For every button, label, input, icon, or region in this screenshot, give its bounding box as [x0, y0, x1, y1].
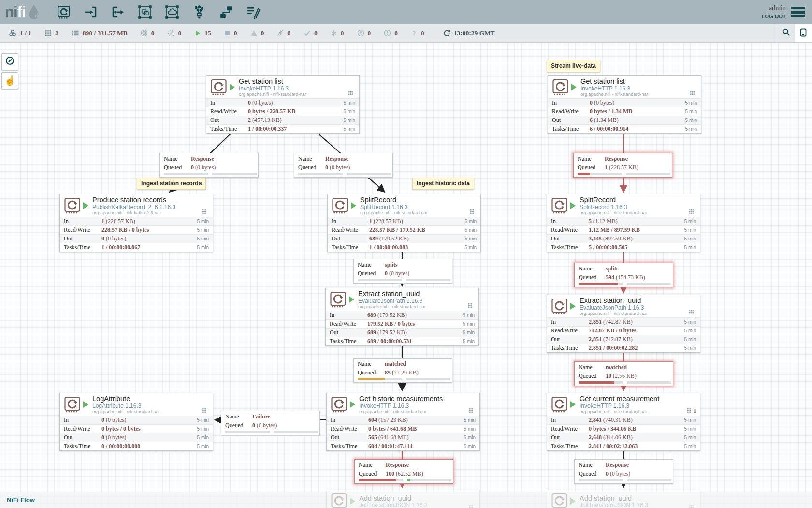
- stat-value: 2,851 (742.87 KB): [589, 336, 633, 343]
- stat-label: In: [332, 218, 369, 225]
- stat-value: 228.57 KB / 179.52 KB: [369, 226, 425, 234]
- stat-window: 5 min: [684, 418, 696, 423]
- processor[interactable]: Get current measurement InvokeHTTP 1.16.…: [547, 393, 700, 451]
- backpressure-size-bar: [347, 173, 391, 175]
- stat-window: 5 min: [197, 236, 209, 241]
- processor[interactable]: Get station list InvokeHTTP 1.16.3 org.a…: [548, 75, 701, 134]
- stat-row: Read/Write 0 bytes / 641.68 MB 5 min: [327, 424, 479, 433]
- stat-value: 0 (0 bytes): [102, 417, 126, 424]
- active-threads-badge: [689, 308, 696, 317]
- output-port-icon[interactable]: [110, 4, 126, 20]
- processor[interactable]: SplitRecord SplitRecord 1.16.3 org.apach…: [547, 194, 700, 252]
- stat-label: In: [551, 318, 589, 326]
- status-queued-data: 890 / 331.57 MB: [72, 30, 128, 37]
- stat-row: Out 689 (179.52 KB) 5 min: [326, 328, 478, 337]
- connection-label[interactable]: Name splits Queued 0 (0 bytes): [353, 259, 452, 284]
- navigate-palette-button[interactable]: [1, 53, 18, 70]
- processor[interactable]: Get historic measurements InvokeHTTP 1.1…: [326, 393, 480, 451]
- operate-palette-button[interactable]: ☝: [1, 72, 18, 89]
- status-count: 0: [151, 30, 155, 37]
- running-indicator-icon: [570, 401, 576, 408]
- connection-label[interactable]: Name Response Queued 0 (0 bytes): [160, 153, 259, 178]
- connection-label[interactable]: Name splits Queued 594 (154.73 KB): [574, 263, 673, 287]
- search-button[interactable]: [777, 24, 795, 42]
- processor-header: Add station_uuid JoltTransformJSON 1.16.…: [547, 490, 700, 508]
- processor-stats: In 5 (1.12 MB) 5 min Read/Write 1.12 MB …: [547, 217, 700, 252]
- threads-grid-icon: [686, 406, 692, 415]
- stat-value: 1.12 MB / 897.59 KB: [589, 226, 640, 234]
- canvas-label[interactable]: Ingest historic data: [412, 178, 474, 190]
- global-menu-button[interactable]: [791, 7, 805, 17]
- connection-label[interactable]: Name matched Queued 10 (2.56 KB): [574, 361, 673, 386]
- processor[interactable]: Produce station records PublishKafkaReco…: [59, 194, 213, 252]
- connection-label[interactable]: Name Response Queued 0 (0 bytes): [574, 459, 673, 484]
- running-indicator-icon: [350, 498, 355, 505]
- stat-row: In 0 (0 bytes) 5 min: [206, 98, 359, 107]
- stat-label: Out: [330, 329, 367, 336]
- canvas-palette: ☝: [1, 53, 18, 89]
- backpressure-size-bar: [406, 279, 450, 281]
- processor-icon[interactable]: [56, 4, 72, 20]
- input-port-icon[interactable]: [83, 4, 99, 20]
- connection-name: splits: [606, 265, 619, 272]
- stat-window: 5 min: [197, 426, 209, 432]
- processor[interactable]: Get station list InvokeHTTP 1.16.3 org.a…: [206, 75, 360, 134]
- connection-label[interactable]: Name Response Queued 0 (0 bytes): [294, 153, 393, 178]
- processor[interactable]: LogAttribute LogAttribute 1.16.3 org.apa…: [59, 393, 213, 451]
- connection-queued-key: Queued: [579, 274, 606, 281]
- breadcrumb-root-link[interactable]: NiFi Flow: [7, 496, 35, 504]
- processor-stamp-icon: [551, 78, 569, 96]
- stat-window: 5 min: [465, 236, 477, 241]
- connection-name-key: Name: [298, 155, 325, 163]
- stat-row: Tasks/Time 1 / 00:00:00.337 5 min: [206, 124, 359, 133]
- funnel-icon[interactable]: [191, 4, 207, 20]
- processor[interactable]: Add station_uuid JoltTransformJSON 1.16.…: [547, 490, 700, 508]
- user-area: admin LOG OUT: [762, 4, 786, 20]
- not-transmitting-icon: [168, 30, 175, 37]
- connection-label[interactable]: Name Failure Queued 0 (0 bytes): [221, 411, 320, 435]
- connection-label[interactable]: Name Response Queued 1 (228.57 KB): [573, 153, 672, 178]
- backpressure-bars: [164, 173, 255, 175]
- processor-type: PublishKafkaRecord_2_6 1.16.3: [92, 204, 175, 210]
- processor-stats: In 1 (228.57 KB) 5 min Read/Write 228.57…: [328, 217, 480, 252]
- remote-process-group-icon[interactable]: [164, 4, 180, 20]
- active-threads-badge: [467, 301, 475, 310]
- panel-toggle-button[interactable]: [795, 24, 812, 42]
- logout-link[interactable]: LOG OUT: [762, 13, 786, 20]
- stat-row: Out 0 (0 bytes) 5 min: [60, 433, 213, 442]
- stat-value: 689 (179.52 KB): [367, 329, 407, 336]
- template-icon[interactable]: [218, 4, 234, 20]
- stat-value: 565 (641.68 MB): [368, 434, 409, 441]
- stat-window: 5 min: [684, 328, 696, 333]
- exclamation-circle-icon: [384, 30, 391, 37]
- processor[interactable]: Extract station_uuid EvaluateJsonPath 1.…: [547, 295, 700, 353]
- stat-label: Out: [551, 235, 589, 242]
- connection-label[interactable]: Name matched Queued 85 (22.29 KB): [353, 358, 452, 383]
- running-indicator-icon: [83, 401, 88, 408]
- running-indicator-icon: [83, 202, 88, 209]
- connection-label[interactable]: Name Response Queued 100 (62.52 MB): [354, 459, 453, 484]
- question-icon: ?: [411, 30, 418, 37]
- processor-stamp-icon: [551, 396, 568, 413]
- connection-queued: 85 (22.29 KB): [385, 369, 419, 376]
- logo-text-ni: ni: [5, 3, 17, 21]
- processor-name: Add station_uuid: [359, 494, 428, 502]
- process-group-icon[interactable]: [137, 4, 153, 20]
- label-icon[interactable]: [245, 4, 261, 20]
- processor-name: Produce station records: [92, 196, 175, 204]
- stat-row: In 5 (1.12 MB) 5 min: [547, 217, 700, 225]
- connection-name-key: Name: [358, 360, 385, 368]
- check-icon: [304, 30, 311, 37]
- processor[interactable]: Add station_uuid JoltTransformJSON 1.16.…: [326, 490, 480, 508]
- menu-icon: [791, 7, 805, 9]
- flow-canvas[interactable]: ☝ NiFi Flow Ingest station recordsIngest…: [0, 43, 812, 508]
- status-count: 15: [204, 30, 211, 37]
- refresh-status: 13:00:29 GMT: [443, 30, 495, 37]
- stat-window: 5 min: [684, 426, 696, 432]
- processor[interactable]: Extract station_uuid EvaluateJsonPath 1.…: [325, 288, 479, 346]
- stat-window: 5 min: [463, 321, 475, 327]
- canvas-label[interactable]: Ingest station records: [137, 178, 206, 190]
- stat-row: Out 0 (0 bytes) 5 min: [60, 234, 213, 243]
- processor[interactable]: SplitRecord SplitRecord 1.16.3 org.apach…: [327, 194, 481, 252]
- canvas-label[interactable]: Stream live-data: [547, 60, 600, 72]
